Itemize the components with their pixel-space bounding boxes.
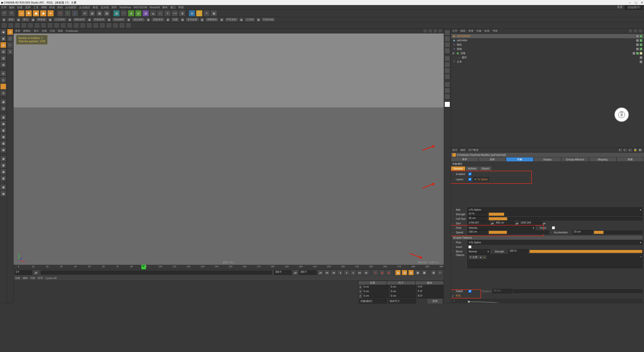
xp-icon[interactable]: ⊗ — [196, 10, 203, 17]
om-menu-item[interactable]: 书签 — [493, 29, 498, 33]
key-param-icon[interactable]: ▦ — [415, 270, 420, 275]
prop-strength-slider[interactable] — [489, 212, 642, 216]
psr-icon[interactable]: PSR — [172, 10, 178, 17]
goto-end-icon[interactable]: ⏭ — [364, 270, 369, 275]
menu-item[interactable]: 窗口 — [170, 6, 176, 9]
sec-btn[interactable]: 四边体积 — [112, 17, 126, 22]
enable-toggle[interactable] — [639, 35, 642, 38]
am-nav-fwd-icon[interactable]: ▸ — [623, 148, 627, 152]
menu-item[interactable]: INSYDIUM — [134, 6, 147, 9]
misc-icon[interactable]: ▣ — [211, 10, 217, 17]
plugin-icon[interactable] — [21, 23, 27, 28]
point-mode-icon[interactable]: ▨ — [0, 49, 6, 55]
enable-toggle[interactable] — [639, 48, 642, 51]
coord-mode1-dropdown[interactable]: 对象(相对) — [359, 299, 387, 303]
nurbs-icon[interactable]: ◆ — [128, 10, 134, 17]
nav-icon[interactable] — [445, 56, 450, 61]
quantize-icon[interactable]: ◔ — [0, 90, 6, 96]
vp-menu-item[interactable]: 面板 — [58, 29, 63, 33]
key-scale-icon[interactable]: ▣ — [402, 270, 407, 275]
timeline-icon[interactable]: ▤ — [431, 270, 436, 275]
tab-falloff[interactable]: 衰减 — [616, 157, 644, 162]
sec-icon[interactable]: ▣ — [166, 17, 170, 22]
nav-icon[interactable] — [445, 74, 450, 79]
plugin-icon[interactable] — [28, 23, 33, 28]
frame-range-input[interactable]: 300 F — [299, 270, 317, 275]
vis-toggle[interactable] — [636, 39, 639, 42]
prop-layers-checkbox[interactable] — [468, 178, 471, 181]
prop-accel-slider[interactable] — [594, 231, 642, 234]
am-menu-item[interactable]: 编辑 — [460, 148, 465, 152]
menu-item[interactable]: RealFlow — [119, 6, 131, 9]
sec-icon[interactable]: ▦ — [2, 17, 6, 22]
plugin-icon[interactable] — [126, 23, 131, 28]
sec-btn[interactable]: 清晰图馆 — [205, 17, 219, 22]
sec-icon[interactable]: ▣ — [219, 17, 224, 22]
sec-btn[interactable]: 顶面体积 — [151, 17, 165, 22]
sec-btn[interactable]: 立方体积 — [53, 17, 67, 22]
vp-nav-icon[interactable] — [423, 29, 427, 33]
sec-icon[interactable]: ▣ — [107, 17, 111, 22]
prop-strength-input[interactable]: 10 % — [467, 212, 488, 216]
workplane-icon[interactable]: ⊞ — [0, 70, 6, 76]
live-select-icon[interactable]: ◯ — [7, 35, 13, 41]
menu-item[interactable]: 流水线 — [101, 6, 109, 9]
menu-item[interactable]: 角色 — [93, 6, 98, 9]
tool-icon[interactable]: ▦ — [0, 147, 6, 153]
vp-menu-item[interactable]: ProRender — [66, 30, 78, 32]
next-key-icon[interactable]: ▸▸ — [357, 270, 363, 275]
vp-nav-icon[interactable] — [433, 29, 437, 33]
vis-toggle[interactable] — [636, 43, 639, 46]
enable-toggle[interactable] — [639, 39, 642, 42]
close-icon[interactable]: ✕ — [641, 1, 643, 4]
sec-icon[interactable]: ▣ — [16, 17, 21, 22]
object-mode-icon[interactable]: ◆ — [0, 42, 6, 48]
brush-icon[interactable]: 〰 — [7, 42, 13, 48]
prop-speed-slider[interactable] — [489, 231, 549, 234]
render-settings-icon[interactable]: ▦ — [103, 10, 110, 17]
prev-frame-icon[interactable]: ◂ — [337, 270, 343, 275]
select-tool-icon[interactable]: ▭ — [18, 10, 25, 17]
enable-toggle[interactable] — [639, 43, 642, 46]
tool-icon[interactable]: ▦ — [0, 191, 6, 197]
am-menu-item[interactable]: 用户数据 — [468, 148, 478, 152]
vp-menu-item[interactable]: 摄像机 — [23, 29, 31, 33]
axis-z-icon[interactable]: Z — [72, 10, 78, 17]
plugin-icon[interactable] — [34, 23, 40, 28]
mograph-icon[interactable]: ◉ — [189, 10, 195, 17]
plugin-icon[interactable] — [54, 23, 59, 28]
deformer-icon[interactable]: ▣ — [142, 10, 149, 17]
material-manager[interactable] — [14, 281, 358, 304]
nav-icon[interactable] — [445, 68, 450, 73]
plugin-icon[interactable] — [87, 23, 92, 28]
prop-field-dropdown[interactable]: Velocity▾ — [467, 226, 535, 230]
prop-invert-checkbox[interactable] — [552, 226, 555, 229]
undo-icon[interactable]: ↶ — [1, 10, 8, 17]
move-tool-icon[interactable]: ✥ — [25, 10, 32, 17]
sec-icon[interactable]: ▣ — [200, 17, 204, 22]
om-menu-item[interactable]: 查看 — [468, 29, 473, 33]
timeline-scrollbar[interactable] — [41, 271, 272, 275]
plugin-icon[interactable] — [2, 23, 7, 28]
plugin-icon[interactable] — [73, 23, 79, 28]
plugin-icon[interactable] — [106, 23, 112, 28]
spinner-icon[interactable]: ▴▾ — [33, 270, 39, 275]
prop-layers-field[interactable]: ✕To Spline — [473, 177, 489, 182]
tab-object[interactable]: 对象 — [506, 157, 534, 162]
om-menu-item[interactable]: 文件 — [452, 29, 457, 33]
mat-menu-item[interactable]: 纹理 — [38, 276, 43, 280]
menu-item[interactable]: 脚本 — [162, 6, 168, 9]
prop-cellsize-slider[interactable] — [489, 217, 642, 221]
tab-display[interactable]: Display — [534, 157, 561, 162]
subtab-general[interactable]: General — [451, 166, 465, 171]
sec-icon[interactable]: ▣ — [126, 17, 131, 22]
vp-menu-item[interactable]: 显示 — [34, 29, 39, 33]
xray-icon[interactable]: ▦ — [0, 99, 6, 105]
coord-mode2-dropdown[interactable]: 绝对尺寸 — [388, 299, 416, 303]
am-lock-icon[interactable]: 🔒 — [633, 148, 637, 152]
spinner-icon[interactable]: ▴▾ — [293, 270, 298, 275]
om-search-icon[interactable] — [628, 29, 632, 33]
rotate-tool-icon[interactable]: ◉ — [40, 10, 47, 17]
camera-icon[interactable]: ▭ — [157, 10, 164, 17]
menu-item[interactable]: 运动图形 — [65, 6, 76, 9]
